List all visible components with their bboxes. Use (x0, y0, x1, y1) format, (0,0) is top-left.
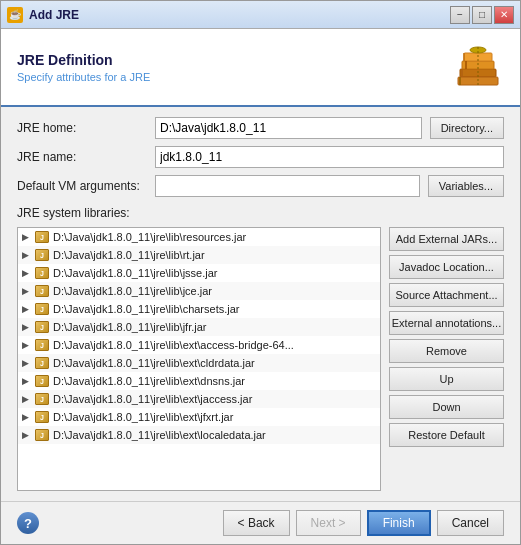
window: ☕ Add JRE − □ ✕ JRE Definition Specify a… (0, 0, 521, 545)
jre-name-input[interactable] (155, 146, 504, 168)
jre-home-input[interactable] (155, 117, 422, 139)
library-list[interactable]: ▶ J D:\Java\jdk1.8.0_11\jre\lib\resource… (18, 228, 380, 490)
expand-arrow-icon: ▶ (22, 322, 32, 332)
maximize-button[interactable]: □ (472, 6, 492, 24)
jar-icon: J (34, 266, 50, 280)
jre-home-label: JRE home: (17, 121, 147, 135)
jar-icon: J (34, 302, 50, 316)
expand-arrow-icon: ▶ (22, 304, 32, 314)
list-item[interactable]: ▶ J D:\Java\jdk1.8.0_11\jre\lib\ext\loca… (18, 426, 380, 444)
list-item[interactable]: ▶ J D:\Java\jdk1.8.0_11\jre\lib\ext\jacc… (18, 390, 380, 408)
expand-arrow-icon: ▶ (22, 232, 32, 242)
library-path: D:\Java\jdk1.8.0_11\jre\lib\charsets.jar (53, 303, 239, 315)
library-path: D:\Java\jdk1.8.0_11\jre\lib\jsse.jar (53, 267, 217, 279)
next-button[interactable]: Next > (296, 510, 361, 536)
vm-args-row: Default VM arguments: Variables... (17, 175, 504, 197)
list-item[interactable]: ▶ J D:\Java\jdk1.8.0_11\jre\lib\ext\acce… (18, 336, 380, 354)
help-button[interactable]: ? (17, 512, 39, 534)
vm-args-input[interactable] (155, 175, 420, 197)
jar-icon: J (34, 320, 50, 334)
library-path: D:\Java\jdk1.8.0_11\jre\lib\resources.ja… (53, 231, 246, 243)
external-annotations-button[interactable]: External annotations... (389, 311, 504, 335)
library-buttons: Add External JARs... Javadoc Location...… (389, 227, 504, 491)
jar-icon: J (34, 356, 50, 370)
variables-button[interactable]: Variables... (428, 175, 504, 197)
jar-icon: J (34, 230, 50, 244)
library-path: D:\Java\jdk1.8.0_11\jre\lib\ext\cldrdata… (53, 357, 255, 369)
vm-args-label: Default VM arguments: (17, 179, 147, 193)
expand-arrow-icon: ▶ (22, 376, 32, 386)
jar-icon: J (34, 248, 50, 262)
jar-icon: J (34, 410, 50, 424)
libraries-section-label: JRE system libraries: (17, 206, 504, 220)
remove-button[interactable]: Remove (389, 339, 504, 363)
expand-arrow-icon: ▶ (22, 412, 32, 422)
jar-icon: J (34, 428, 50, 442)
jar-icon: J (34, 284, 50, 298)
list-item[interactable]: ▶ J D:\Java\jdk1.8.0_11\jre\lib\jce.jar (18, 282, 380, 300)
library-path: D:\Java\jdk1.8.0_11\jre\lib\ext\localeda… (53, 429, 266, 441)
source-attachment-button[interactable]: Source Attachment... (389, 283, 504, 307)
expand-arrow-icon: ▶ (22, 250, 32, 260)
list-item[interactable]: ▶ J D:\Java\jdk1.8.0_11\jre\lib\rt.jar (18, 246, 380, 264)
expand-arrow-icon: ▶ (22, 286, 32, 296)
javadoc-location-button[interactable]: Javadoc Location... (389, 255, 504, 279)
header-section: JRE Definition Specify attributes for a … (1, 29, 520, 107)
title-bar: ☕ Add JRE − □ ✕ (1, 1, 520, 29)
add-external-jars-button[interactable]: Add External JARs... (389, 227, 504, 251)
jre-name-label: JRE name: (17, 150, 147, 164)
list-item[interactable]: ▶ J D:\Java\jdk1.8.0_11\jre\lib\charsets… (18, 300, 380, 318)
header-title: JRE Definition (17, 52, 452, 68)
title-controls: − □ ✕ (450, 6, 514, 24)
library-path: D:\Java\jdk1.8.0_11\jre\lib\ext\jfxrt.ja… (53, 411, 233, 423)
list-item[interactable]: ▶ J D:\Java\jdk1.8.0_11\jre\lib\jfr.jar (18, 318, 380, 336)
finish-button[interactable]: Finish (367, 510, 431, 536)
jre-icon (452, 41, 504, 93)
jre-home-row: JRE home: Directory... (17, 117, 504, 139)
up-button[interactable]: Up (389, 367, 504, 391)
list-item[interactable]: ▶ J D:\Java\jdk1.8.0_11\jre\lib\resource… (18, 228, 380, 246)
minimize-button[interactable]: − (450, 6, 470, 24)
list-item[interactable]: ▶ J D:\Java\jdk1.8.0_11\jre\lib\ext\dnsn… (18, 372, 380, 390)
list-item[interactable]: ▶ J D:\Java\jdk1.8.0_11\jre\lib\ext\cldr… (18, 354, 380, 372)
expand-arrow-icon: ▶ (22, 358, 32, 368)
library-list-container: ▶ J D:\Java\jdk1.8.0_11\jre\lib\resource… (17, 227, 381, 491)
library-list-inner: ▶ J D:\Java\jdk1.8.0_11\jre\lib\resource… (18, 228, 380, 444)
footer: ? < Back Next > Finish Cancel (1, 501, 520, 544)
list-item[interactable]: ▶ J D:\Java\jdk1.8.0_11\jre\lib\ext\jfxr… (18, 408, 380, 426)
directory-button[interactable]: Directory... (430, 117, 504, 139)
window-icon: ☕ (7, 7, 23, 23)
library-path: D:\Java\jdk1.8.0_11\jre\lib\ext\jaccess.… (53, 393, 252, 405)
jar-icon: J (34, 392, 50, 406)
restore-default-button[interactable]: Restore Default (389, 423, 504, 447)
library-path: D:\Java\jdk1.8.0_11\jre\lib\jce.jar (53, 285, 212, 297)
content: JRE home: Directory... JRE name: Default… (1, 107, 520, 501)
expand-arrow-icon: ▶ (22, 340, 32, 350)
library-path: D:\Java\jdk1.8.0_11\jre\lib\jfr.jar (53, 321, 206, 333)
expand-arrow-icon: ▶ (22, 430, 32, 440)
back-button[interactable]: < Back (223, 510, 290, 536)
header-text: JRE Definition Specify attributes for a … (17, 52, 452, 83)
close-button[interactable]: ✕ (494, 6, 514, 24)
window-title: Add JRE (29, 8, 450, 22)
jar-icon: J (34, 338, 50, 352)
list-item[interactable]: ▶ J D:\Java\jdk1.8.0_11\jre\lib\jsse.jar (18, 264, 380, 282)
header-subtitle: Specify attributes for a JRE (17, 71, 452, 83)
expand-arrow-icon: ▶ (22, 268, 32, 278)
down-button[interactable]: Down (389, 395, 504, 419)
library-path: D:\Java\jdk1.8.0_11\jre\lib\ext\dnsns.ja… (53, 375, 245, 387)
jar-icon: J (34, 374, 50, 388)
libraries-area: ▶ J D:\Java\jdk1.8.0_11\jre\lib\resource… (17, 227, 504, 491)
library-path: D:\Java\jdk1.8.0_11\jre\lib\ext\access-b… (53, 339, 294, 351)
library-path: D:\Java\jdk1.8.0_11\jre\lib\rt.jar (53, 249, 205, 261)
jre-name-row: JRE name: (17, 146, 504, 168)
expand-arrow-icon: ▶ (22, 394, 32, 404)
cancel-button[interactable]: Cancel (437, 510, 504, 536)
